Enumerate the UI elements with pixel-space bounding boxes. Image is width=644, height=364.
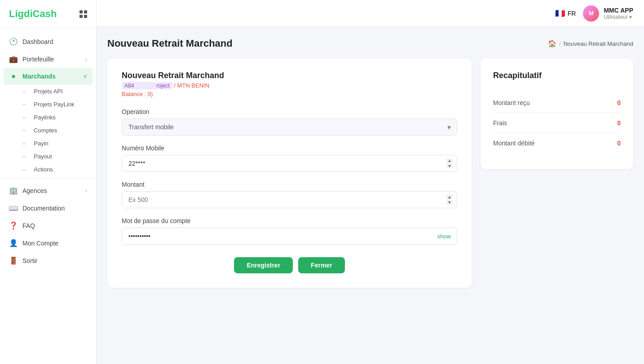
user-name: MMC APP [604, 7, 633, 14]
form-card: Nouveau Retrait Marchand A84 roject / MT… [107, 58, 472, 288]
sidebar-item-comptes[interactable]: Comptes [13, 124, 96, 137]
mobile-spin-up[interactable]: ▲ [446, 158, 453, 163]
app-name: LigdiCash [9, 8, 57, 20]
marchands-icon: ● [9, 72, 18, 80]
sidebar-item-marchands[interactable]: ● Marchands ∨ [4, 68, 93, 85]
sidebar-item-paylinks[interactable]: Paylinks [13, 111, 96, 124]
documentation-icon: 📖 [9, 204, 18, 212]
mobile-spinners: ▲ ▼ [446, 158, 453, 168]
mobile-spin-down[interactable]: ▼ [446, 164, 453, 168]
mobile-label: Numéro Mobile [122, 145, 457, 152]
summary-row-montant-recu: Montant reçu 0 [493, 93, 621, 113]
sidebar-item-label: Paylinks [34, 114, 55, 121]
sidebar-item-agences[interactable]: 🏢 Agences › [0, 182, 96, 199]
montant-spinners: ▲ ▼ [446, 195, 453, 205]
sidebar-item-dashboard[interactable]: 🕐 Dashboard [0, 33, 96, 50]
summary-card: Recapitulatif Montant reçu 0 Frais 0 Mon… [481, 58, 633, 169]
sidebar-item-label: Marchands [22, 73, 56, 80]
sidebar-item-actions[interactable]: Actions [13, 163, 96, 176]
mon-compte-icon: 👤 [9, 239, 18, 247]
avatar: M [583, 5, 599, 22]
top-header: 🇫🇷 FR M MMC APP Utilisateur ▾ [97, 0, 644, 27]
password-label: Mot de passe du compte [122, 217, 457, 224]
sidebar-item-label: Payout [34, 153, 52, 160]
montant-spin-down[interactable]: ▼ [446, 200, 453, 205]
summary-value: 0 [617, 140, 621, 147]
montant-input[interactable] [122, 191, 457, 208]
sidebar-item-sortir[interactable]: 🚪 Sortir [0, 252, 96, 269]
form-actions: Enregistrer Fermer [122, 257, 457, 273]
breadcrumb-sep: / [559, 40, 561, 47]
password-input[interactable] [122, 228, 457, 245]
sidebar-item-label: FAQ [22, 222, 35, 229]
password-group: Mot de passe du compte show [122, 217, 457, 245]
sidebar-item-projets-paylink[interactable]: Projets PayLink [13, 98, 96, 111]
user-role: Utilisateur ▾ [604, 14, 633, 20]
sidebar-item-label: Projets API [34, 88, 62, 95]
montant-input-wrapper: ▲ ▼ [122, 191, 457, 208]
portefeuille-icon: 💼 [9, 55, 18, 63]
sidebar-item-payin[interactable]: Payin [13, 137, 96, 150]
sidebar-item-label: Comptes [34, 127, 57, 134]
faq-icon: ❓ [9, 221, 18, 230]
user-info: MMC APP Utilisateur ▾ [604, 7, 633, 20]
sidebar-item-label: Portefeuille [22, 56, 54, 63]
summary-value: 0 [617, 119, 621, 127]
sidebar-item-mon-compte[interactable]: 👤 Mon Compte [0, 234, 96, 252]
page-title: Nouveau Retrait Marchand [107, 38, 233, 49]
sidebar-item-label: Projets PayLink [34, 101, 74, 108]
mobile-input[interactable] [122, 155, 457, 172]
sidebar-item-documentation[interactable]: 📖 Documentation [0, 199, 96, 217]
show-password-button[interactable]: show [437, 233, 451, 240]
sortir-icon: 🚪 [9, 256, 18, 265]
sidebar-item-label: Payin [34, 140, 49, 147]
avatar-initials: M [589, 10, 594, 17]
sidebar-item-projets-api[interactable]: Projets API [13, 85, 96, 98]
password-wrapper: show [122, 228, 457, 245]
sidebar-item-label: Mon Compte [22, 240, 58, 247]
cards-row: Nouveau Retrait Marchand A84 roject / MT… [107, 58, 633, 288]
merchant-network: / MTN BENIN [174, 82, 209, 89]
main-area: 🇫🇷 FR M MMC APP Utilisateur ▾ Nouveau Re… [97, 0, 644, 364]
operation-group: Operation Transfert mobile [122, 108, 457, 136]
chevron-right-icon: › [85, 188, 87, 194]
sidebar-nav: 🕐 Dashboard 💼 Portefeuille › ● Marchands… [0, 28, 96, 364]
sidebar-item-label: Agences [22, 187, 47, 194]
nav-divider [0, 179, 96, 179]
operation-select[interactable]: Transfert mobile [122, 118, 457, 136]
montant-spin-up[interactable]: ▲ [446, 195, 453, 199]
breadcrumb: 🏠 / Nouveau Retrait Marchand [548, 39, 633, 48]
chevron-down-icon: ∨ [83, 73, 87, 79]
sidebar-item-label: Actions [34, 166, 53, 173]
page-content: Nouveau Retrait Marchand 🏠 / Nouveau Ret… [97, 27, 644, 364]
lang-label: FR [568, 10, 576, 17]
summary-row-frais: Frais 0 [493, 113, 621, 133]
sidebar-item-faq[interactable]: ❓ FAQ [0, 217, 96, 234]
mobile-input-wrapper: ▲ ▼ [122, 155, 457, 172]
merchant-id: A84 roject [122, 82, 172, 89]
mobile-group: Numéro Mobile ▲ ▼ [122, 145, 457, 172]
sidebar-item-payout[interactable]: Payout [13, 150, 96, 163]
language-selector[interactable]: 🇫🇷 FR [555, 9, 576, 18]
page-header: Nouveau Retrait Marchand 🏠 / Nouveau Ret… [107, 38, 633, 49]
user-menu[interactable]: M MMC APP Utilisateur ▾ [583, 5, 633, 22]
home-icon[interactable]: 🏠 [548, 39, 556, 48]
save-button[interactable]: Enregistrer [234, 257, 293, 273]
summary-label: Frais [493, 119, 507, 127]
sidebar-item-portefeuille[interactable]: 💼 Portefeuille › [0, 50, 96, 68]
sidebar-item-label: Dashboard [22, 38, 53, 45]
marchands-submenu: Projets API Projets PayLink Paylinks Com… [0, 85, 96, 176]
operation-select-wrapper: Transfert mobile [122, 118, 457, 136]
summary-label: Montant débité [493, 140, 535, 147]
close-button[interactable]: Fermer [298, 257, 344, 273]
breadcrumb-current: Nouveau Retrait Marchand [564, 40, 633, 47]
flag-icon: 🇫🇷 [555, 9, 565, 18]
summary-row-montant-debite: Montant débité 0 [493, 133, 621, 153]
montant-label: Montant [122, 181, 457, 188]
agences-icon: 🏢 [9, 186, 18, 195]
grid-icon[interactable] [79, 10, 87, 18]
form-card-subtitle: A84 roject / MTN BENIN [122, 82, 457, 89]
summary-label: Montant reçu [493, 99, 530, 106]
operation-label: Operation [122, 108, 457, 115]
sidebar-logo: LigdiCash [0, 0, 96, 28]
